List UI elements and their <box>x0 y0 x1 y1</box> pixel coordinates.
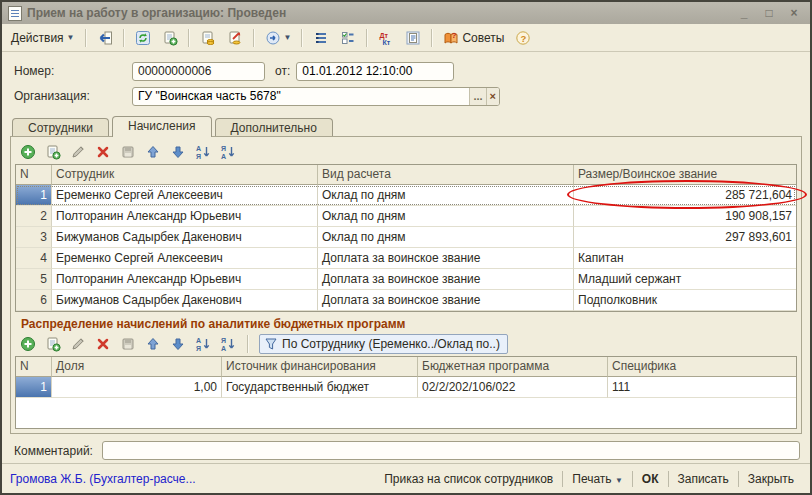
save-close-button[interactable] <box>93 28 117 48</box>
tab-bar: Сотрудники Начисления Дополнительно <box>2 111 810 136</box>
svg-text:Я: Я <box>196 345 201 352</box>
comment-label: Комментарий: <box>14 444 102 458</box>
post-document-button[interactable] <box>196 28 220 48</box>
sort-asc-button[interactable]: АЯ <box>194 143 212 161</box>
end-edit-icon <box>120 336 136 352</box>
move-up-icon <box>145 336 161 352</box>
go-to-button[interactable]: ▼ <box>261 28 296 48</box>
refresh-icon <box>135 30 151 46</box>
copy-button[interactable] <box>158 28 182 48</box>
list-settings-button[interactable] <box>309 28 333 48</box>
sort-desc-button[interactable]: ЯА <box>219 143 237 161</box>
copy-row-button[interactable] <box>44 335 62 353</box>
end-edit-button[interactable] <box>119 335 137 353</box>
document-window: Прием на работу в организацию: Проведен … <box>0 0 812 495</box>
unpost-document-icon <box>227 30 243 46</box>
organization-label: Организация: <box>14 89 132 103</box>
distribution-section-title: Распределение начислений по аналитике бю… <box>15 312 797 332</box>
table-row[interactable]: 3 Бижуманов Садырбек Дакенович Оклад по … <box>16 227 796 248</box>
organization-input[interactable] <box>133 88 469 105</box>
number-input[interactable] <box>132 62 265 81</box>
svg-text:Я: Я <box>221 145 226 152</box>
posting-results-button[interactable]: ДтКт <box>374 28 398 48</box>
chevron-down-icon: ▼ <box>284 33 292 42</box>
add-row-button[interactable] <box>19 335 37 353</box>
delete-icon <box>95 144 111 160</box>
date-label: от: <box>275 64 290 78</box>
add-row-button[interactable] <box>19 143 37 161</box>
delete-row-button[interactable] <box>94 335 112 353</box>
help-icon: ? <box>515 30 531 46</box>
accruals-table-toolbar: АЯ ЯА <box>15 140 797 164</box>
edit-icon <box>70 336 86 352</box>
svg-text:А: А <box>196 145 201 152</box>
sort-asc-icon: АЯ <box>195 144 211 160</box>
move-down-icon <box>170 336 186 352</box>
edit-icon <box>70 144 86 160</box>
print-button[interactable]: Печать ▼ <box>564 469 631 489</box>
order-list-button[interactable]: Приказ на список сотрудников <box>376 469 561 489</box>
table-row[interactable]: 1 Еременко Сергей Алексеевич Оклад по дн… <box>16 185 796 206</box>
distribution-table: N Доля Источник финансирования Бюджетная… <box>15 356 797 429</box>
move-up-button[interactable] <box>144 143 162 161</box>
report-button[interactable] <box>401 28 425 48</box>
tab-employees[interactable]: Сотрудники <box>12 118 109 137</box>
table-row[interactable]: 2 Полторанин Александр Юрьевич Оклад по … <box>16 206 796 227</box>
copy-row-button[interactable] <box>44 143 62 161</box>
actions-menu-button[interactable]: Действия ▼ <box>7 29 79 47</box>
svg-text:Я: Я <box>196 153 201 160</box>
table-row[interactable]: 1 1,00 Государственный бюджет 02/2/202/1… <box>16 377 796 398</box>
window-title: Прием на работу в организацию: Проведен <box>27 6 729 20</box>
sort-desc-icon: ЯА <box>220 144 236 160</box>
refresh-button[interactable] <box>131 28 155 48</box>
checklist-button[interactable] <box>336 28 360 48</box>
unpost-document-button[interactable] <box>223 28 247 48</box>
tab-accruals[interactable]: Начисления <box>112 116 212 137</box>
tab-additional[interactable]: Дополнительно <box>215 118 333 137</box>
advice-icon: ? <box>443 30 459 46</box>
minimize-button[interactable]: _ <box>734 5 754 21</box>
filter-icon <box>264 337 278 351</box>
maximize-button[interactable]: □ <box>759 5 779 21</box>
date-input[interactable] <box>297 63 454 80</box>
ok-button[interactable]: ОК <box>634 469 667 489</box>
table-row[interactable]: 4 Еременко Сергей Алексеевич Доплата за … <box>16 248 796 269</box>
distribution-table-header: N Доля Источник финансирования Бюджетная… <box>16 357 796 377</box>
chevron-down-icon: ▼ <box>67 33 75 42</box>
document-icon <box>8 6 22 21</box>
edit-row-button[interactable] <box>69 335 87 353</box>
distribution-table-toolbar: АЯ ЯА По Сотруднику (Еременко../Оклад по… <box>15 332 797 356</box>
move-down-button[interactable] <box>169 143 187 161</box>
move-down-button[interactable] <box>169 335 187 353</box>
delete-icon <box>95 336 111 352</box>
close-button[interactable]: × <box>784 5 804 21</box>
svg-text:?: ? <box>452 31 457 40</box>
organization-select-button[interactable]: ... <box>469 88 485 105</box>
svg-text:А: А <box>221 153 226 160</box>
main-toolbar: Действия ▼ ▼ <box>2 24 810 52</box>
svg-text:А: А <box>221 345 226 352</box>
filter-by-employee-button[interactable]: По Сотруднику (Еременко../Оклад по..) <box>259 334 508 354</box>
delete-row-button[interactable] <box>94 143 112 161</box>
title-bar: Прием на работу в организацию: Проведен … <box>2 2 810 24</box>
sort-desc-icon: ЯА <box>220 336 236 352</box>
move-up-icon <box>145 144 161 160</box>
advice-button[interactable]: ? Советы <box>439 28 508 48</box>
edit-row-button[interactable] <box>69 143 87 161</box>
help-button[interactable]: ? <box>511 28 535 48</box>
dt-kt-icon: ДтКт <box>378 30 394 46</box>
table-row[interactable]: 6 Бижуманов Садырбек Дакенович Доплата з… <box>16 290 796 311</box>
comment-row: Комментарий: <box>2 434 810 460</box>
comment-input[interactable] <box>102 441 800 460</box>
number-label: Номер: <box>14 64 132 78</box>
copy-row-icon <box>45 336 61 352</box>
save-button[interactable]: Записать <box>670 469 737 489</box>
sort-asc-button[interactable]: АЯ <box>194 335 212 353</box>
table-row[interactable]: 5 Полторанин Александр Юрьевич Доплата з… <box>16 269 796 290</box>
organization-clear-button[interactable]: × <box>486 88 499 105</box>
end-edit-button[interactable] <box>119 143 137 161</box>
footer-bar: Громова Ж.Б. (Бухгалтер-расче... Приказ … <box>2 463 810 493</box>
move-up-button[interactable] <box>144 335 162 353</box>
close-form-button[interactable]: Закрыть <box>740 469 802 489</box>
sort-desc-button[interactable]: ЯА <box>219 335 237 353</box>
